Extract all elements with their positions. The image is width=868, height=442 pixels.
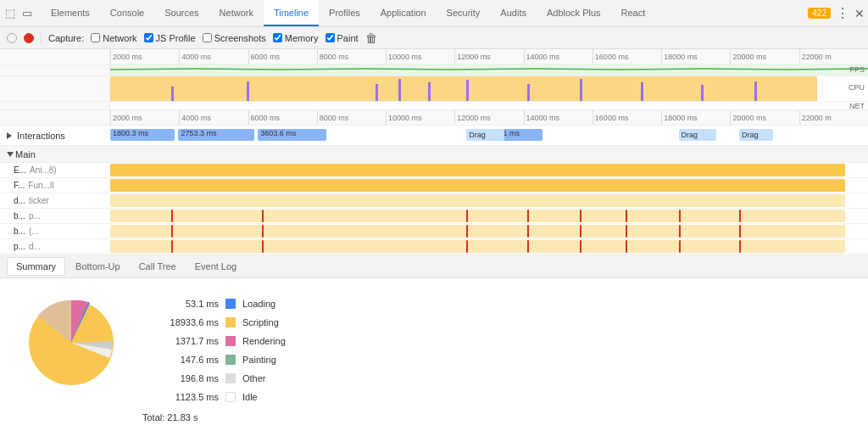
cpu-spike-3	[376, 84, 378, 101]
summary-category-label: Loading	[242, 299, 275, 309]
summary-category-label: Scripting	[242, 317, 279, 327]
summary-row: 1123.5 msIdle	[142, 389, 286, 406]
main-row: E...Ani...8)	[0, 163, 868, 178]
main-row: b...(...	[0, 224, 868, 239]
nav-tab-timeline[interactable]: Timeline	[264, 0, 319, 26]
toolbar-separator	[41, 31, 42, 45]
interactions-label[interactable]: Interactions	[0, 131, 110, 141]
bottom-tab-call-tree[interactable]: Call Tree	[131, 258, 185, 275]
summary-ms: 18933.6 ms	[142, 317, 219, 327]
record-button[interactable]	[7, 33, 17, 43]
time-ruler-top: 2000 ms4000 ms6000 ms8000 ms10000 ms1200…	[0, 49, 868, 64]
main-bar	[110, 210, 845, 222]
fps-chart: FPS	[110, 64, 868, 76]
time-mark: 4000 ms	[179, 49, 248, 64]
stop-recording-button[interactable]	[24, 33, 34, 43]
main-spike	[679, 210, 681, 222]
nav-tab-sources[interactable]: Sources	[154, 0, 209, 26]
main-spike	[626, 210, 627, 222]
cpu-spike-1	[171, 87, 174, 101]
close-devtools-icon[interactable]: ✕	[854, 7, 865, 20]
main-spike	[527, 225, 529, 238]
nav-tab-audits[interactable]: Audits	[490, 0, 537, 26]
summary-color-swatch	[225, 317, 236, 327]
main-spike	[171, 240, 173, 253]
drag-bar-2: Drag	[679, 129, 717, 141]
summary-category-label: Other	[242, 373, 266, 383]
main-row-label: p...d...	[0, 242, 110, 251]
time-mark: 8000 ms	[317, 110, 386, 125]
main-section-header[interactable]: Main	[0, 146, 868, 163]
summary-row: 147.6 msPainting	[142, 351, 286, 368]
expand-icon	[7, 132, 12, 139]
cpu-spike-11	[754, 81, 757, 101]
summary-row: 196.8 msOther	[142, 370, 286, 387]
main-row-label: b...p...	[0, 211, 110, 221]
checkbox-network[interactable]: Network	[91, 33, 136, 43]
time-mark: 2000 ms	[110, 110, 179, 125]
cpu-spike-6	[466, 80, 469, 101]
top-nav: ⬚ ▭ ElementsConsoleSourcesNetworkTimelin…	[0, 0, 868, 27]
main-spike	[580, 240, 581, 253]
main-spike	[626, 240, 627, 253]
time-mark: 2000 ms	[110, 49, 179, 64]
time-mark: 8000 ms	[317, 49, 386, 64]
device-icon[interactable]: ▭	[20, 7, 34, 20]
nav-tab-adblock-plus[interactable]: Adblock Plus	[537, 0, 611, 26]
summary-color-swatch	[225, 336, 236, 346]
nav-tab-console[interactable]: Console	[100, 0, 154, 26]
checkbox-memory[interactable]: Memory	[273, 33, 319, 43]
nav-tab-elements[interactable]: Elements	[41, 0, 100, 26]
bottom-tab-bottom-up[interactable]: Bottom-Up	[67, 258, 129, 275]
cpu-spike-9	[641, 82, 643, 101]
main-row-label: d...ticker	[0, 196, 110, 205]
interactions-label-text: Interactions	[17, 131, 65, 141]
time-mark: 12000 ms	[454, 49, 523, 64]
time-mark: 22000 m	[799, 110, 868, 125]
summary-category-label: Idle	[242, 392, 258, 402]
time-mark: 20000 ms	[730, 110, 798, 125]
nav-tab-react[interactable]: React	[611, 0, 656, 26]
main-row: p...d...	[0, 239, 868, 255]
capture-checkboxes: NetworkJS ProfileScreenshotsMemoryPaint	[91, 33, 358, 43]
bottom-tab-event-log[interactable]: Event Log	[186, 258, 246, 275]
toolbar: Capture: NetworkJS ProfileScreenshotsMem…	[0, 27, 868, 49]
nav-tab-network[interactable]: Network	[209, 0, 264, 26]
nav-tab-security[interactable]: Security	[437, 0, 491, 26]
nav-tab-profiles[interactable]: Profiles	[319, 0, 370, 26]
summary-table: 53.1 msLoading18933.6 msScripting1371.7 …	[142, 292, 286, 422]
main-row-content	[110, 239, 868, 254]
checkbox-paint[interactable]: Paint	[326, 33, 359, 43]
main-row-content	[110, 178, 868, 193]
main-label: Main	[15, 149, 36, 159]
cpu-spike-8	[580, 79, 582, 101]
interaction-bar-2: 2753.3 ms	[178, 129, 253, 141]
main-bar	[110, 240, 845, 253]
ruler-left-spacer2	[0, 110, 110, 125]
more-options-icon[interactable]: ⋮	[836, 5, 849, 21]
time-ruler-bottom: 2000 ms4000 ms6000 ms8000 ms10000 ms1200…	[0, 110, 868, 126]
inspect-icon[interactable]: ⬚	[3, 7, 17, 20]
main-row-label: E...Ani...8)	[0, 165, 110, 175]
main-spike	[739, 210, 741, 222]
summary-ms: 53.1 ms	[142, 299, 219, 309]
cpu-spike-4	[398, 79, 401, 101]
time-mark: 10000 ms	[386, 110, 454, 125]
checkbox-screenshots[interactable]: Screenshots	[203, 33, 266, 43]
bottom-tabs: SummaryBottom-UpCall TreeEvent Log	[0, 255, 868, 278]
summary-total: Total: 21.83 s	[142, 412, 286, 422]
summary-category-label: Painting	[242, 355, 276, 365]
net-chart: NET	[110, 102, 868, 109]
fps-label-area	[0, 64, 110, 76]
bottom-tab-summary[interactable]: Summary	[7, 257, 65, 276]
main-spike	[466, 210, 468, 222]
checkbox-js-profile[interactable]: JS Profile	[144, 33, 196, 43]
main-spike	[171, 225, 173, 238]
nav-tab-application[interactable]: Application	[370, 0, 437, 26]
main-spike	[171, 210, 173, 222]
summary-category-label: Rendering	[242, 336, 286, 346]
clear-button[interactable]: 🗑	[365, 31, 377, 45]
cpu-spike-2	[247, 81, 249, 101]
time-mark: 10000 ms	[386, 49, 454, 64]
summary-color-swatch	[225, 355, 236, 365]
